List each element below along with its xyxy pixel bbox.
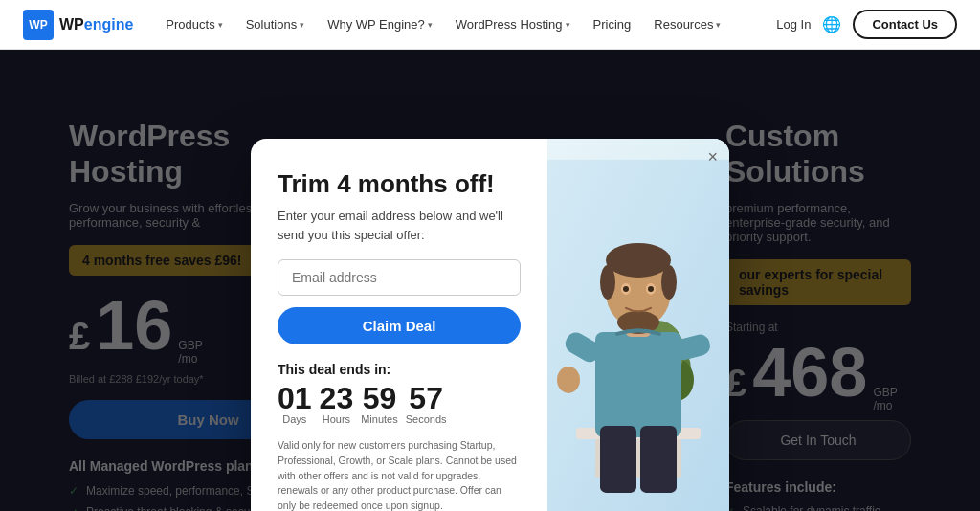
navbar-right: Log In 🌐 Contact Us xyxy=(776,10,957,39)
promo-modal: × Trim 4 months off! Enter your email ad… xyxy=(251,139,729,511)
svg-rect-25 xyxy=(640,426,677,493)
chevron-down-icon: ▾ xyxy=(428,20,433,30)
nav-item-hosting[interactable]: WordPress Hosting ▾ xyxy=(446,11,580,37)
page-background: WordPress Hosting Grow your business wit… xyxy=(0,50,980,511)
modal-person-image xyxy=(547,139,729,511)
modal-description: Enter your email address below and we'll… xyxy=(278,207,521,244)
countdown-minutes: 59 Minutes xyxy=(361,383,398,425)
chevron-down-icon: ▾ xyxy=(218,20,223,30)
chevron-down-icon: ▾ xyxy=(300,20,304,30)
email-input[interactable] xyxy=(278,259,521,296)
nav-item-pricing[interactable]: Pricing xyxy=(584,11,641,37)
deal-ends-label: This deal ends in: xyxy=(278,362,521,377)
minutes-number: 59 xyxy=(361,383,398,413)
logo-icon: WP xyxy=(23,10,54,40)
svg-point-13 xyxy=(606,243,671,278)
hours-label: Hours xyxy=(320,413,354,425)
countdown-days: 01 Days xyxy=(278,383,312,425)
svg-point-15 xyxy=(661,265,677,300)
svg-point-19 xyxy=(623,286,629,292)
svg-rect-24 xyxy=(600,426,636,493)
svg-point-22 xyxy=(557,367,580,393)
navbar: WP WPengine Products ▾ Solutions ▾ Why W… xyxy=(0,0,980,50)
svg-rect-10 xyxy=(595,332,681,437)
seconds-number: 57 xyxy=(406,383,447,413)
globe-icon[interactable]: 🌐 xyxy=(822,15,841,33)
svg-point-14 xyxy=(600,265,615,300)
svg-point-20 xyxy=(648,286,654,292)
nav-item-solutions[interactable]: Solutions ▾ xyxy=(236,11,314,37)
nav-item-products[interactable]: Products ▾ xyxy=(156,11,232,37)
fine-print: Valid only for new customers purchasing … xyxy=(278,438,521,511)
claim-deal-button[interactable]: Claim Deal xyxy=(278,307,521,344)
navbar-left: WP WPengine Products ▾ Solutions ▾ Why W… xyxy=(23,10,730,40)
countdown-timer: 01 Days 23 Hours 59 Minutes 57 Seconds xyxy=(278,383,521,425)
logo-text: WPengine xyxy=(59,16,133,33)
contact-button[interactable]: Contact Us xyxy=(853,10,957,39)
nav-item-resources[interactable]: Resources ▾ xyxy=(644,11,730,37)
close-button[interactable]: × xyxy=(707,148,718,166)
modal-content: × Trim 4 months off! Enter your email ad… xyxy=(251,139,547,511)
login-link[interactable]: Log In xyxy=(776,17,811,32)
modal-title: Trim 4 months off! xyxy=(278,169,521,199)
countdown-seconds: 57 Seconds xyxy=(406,383,447,425)
countdown-hours: 23 Hours xyxy=(320,383,354,425)
hours-number: 23 xyxy=(320,383,354,413)
days-label: Days xyxy=(278,413,312,425)
nav-item-why[interactable]: Why WP Engine? ▾ xyxy=(318,11,442,37)
days-number: 01 xyxy=(278,383,312,413)
modal-backdrop: × Trim 4 months off! Enter your email ad… xyxy=(0,50,980,511)
minutes-label: Minutes xyxy=(361,413,398,425)
seconds-label: Seconds xyxy=(406,413,447,425)
chevron-down-icon: ▾ xyxy=(716,20,721,30)
chevron-down-icon: ▾ xyxy=(566,20,570,30)
nav-items: Products ▾ Solutions ▾ Why WP Engine? ▾ … xyxy=(156,11,730,37)
logo[interactable]: WP WPengine xyxy=(23,10,133,40)
